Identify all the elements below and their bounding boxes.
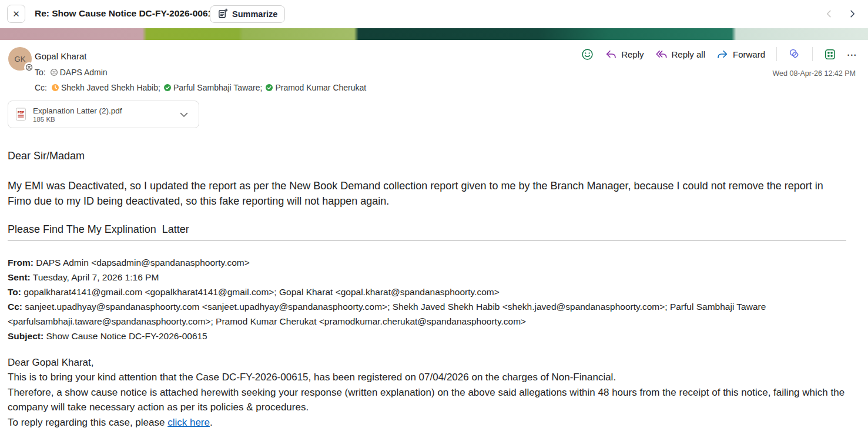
recipient-name: Parful Sambhaji Taware; — [173, 83, 262, 92]
attachment-size: 185 KB — [33, 116, 170, 123]
to-line: To: DAPS Admin — [35, 68, 108, 77]
sender-name[interactable]: Gopal Kharat — [35, 51, 86, 61]
presence-away-icon — [51, 83, 59, 92]
from-label: From: — [8, 258, 33, 268]
attachment-filename[interactable]: Explanation Latter (2).pdf — [33, 106, 170, 115]
cc-value: sanjeet.upadhyay@spandanasphoorty.com <s… — [8, 302, 766, 326]
click-here-link[interactable]: click here — [167, 417, 210, 428]
previous-message-button[interactable] — [821, 6, 836, 21]
chevron-down-icon — [180, 112, 188, 118]
svg-text:PDF: PDF — [18, 111, 25, 114]
presence-blocked-icon — [24, 62, 34, 72]
reply-label: Reply — [621, 49, 644, 59]
apps-grid-icon — [824, 48, 836, 61]
quoted-message-headers: From: DAPS Admin <dapsadmin@spandanaspho… — [8, 255, 842, 343]
forward-icon — [716, 48, 729, 61]
summarize-icon — [217, 8, 228, 21]
forward-button[interactable]: Forward — [716, 48, 765, 61]
quoted-cc-line: Cc: sanjeet.upadhyay@spandanasphoorty.co… — [8, 299, 842, 329]
from-value: DAPS Admin <dapsadmin@spandanasphoorty.c… — [36, 258, 250, 268]
recipient-shekh-javed[interactable]: Shekh Javed Shekh Habib; — [51, 83, 160, 92]
cc-line: Cc: Shekh Javed Shekh Habib; Parful Samb… — [35, 83, 366, 92]
close-button[interactable]: ✕ — [7, 5, 25, 23]
recipient-name: Shekh Javed Shekh Habib; — [61, 83, 160, 92]
email-reading-pane: ✕ Re: Show Cause Notice DC-FY-2026-00615… — [0, 0, 868, 448]
quoted-line: This is to bring your kind attention tha… — [8, 370, 851, 385]
body-salutation: Dear Sir/Madam — [8, 150, 85, 162]
to-label: To: — [8, 287, 21, 297]
recipient-name: DAPS Admin — [60, 68, 108, 77]
recipient-parful-taware[interactable]: Parful Sambhaji Taware; — [163, 83, 262, 92]
presence-available-icon — [265, 83, 273, 92]
reply-all-label: Reply all — [672, 49, 706, 59]
message-actions-toolbar: Reply Reply all Forward ••• — [581, 46, 857, 62]
toolbar-divider — [812, 47, 813, 61]
quoted-line: Therefore, a show cause notice is attach… — [8, 385, 851, 415]
quoted-message-divider — [8, 240, 846, 241]
quoted-line: . — [210, 417, 213, 428]
sent-label: Sent: — [8, 272, 31, 282]
sender-avatar[interactable]: GK — [8, 47, 32, 71]
subject-label: Subject: — [8, 331, 43, 341]
quoted-line: To reply regarding this case, please — [8, 417, 167, 428]
addin-button[interactable] — [788, 48, 801, 61]
to-value: gopalkharat4141@gmail.com <gopalkharat41… — [24, 287, 500, 297]
recipient-pramod-cherukat[interactable]: Pramod Kumar Cherukat — [265, 83, 366, 92]
quoted-subject-line: Subject: Show Cause Notice DC-FY-2026-00… — [8, 329, 842, 343]
reply-icon — [605, 48, 617, 61]
quoted-message-body: Dear Gopal Kharat, This is to bring your… — [8, 355, 851, 430]
message-subject-title: Re: Show Cause Notice DC-FY-2026-00615 — [35, 8, 218, 19]
smiley-icon — [581, 48, 594, 61]
subject-value: Show Cause Notice DC-FY-2026-00615 — [46, 331, 207, 341]
quoted-sent-line: Sent: Tuesday, April 7, 2026 1:16 PM — [8, 270, 842, 285]
message-timestamp: Wed 08-Apr-26 12:42 PM — [772, 69, 856, 78]
addin-loop-icon — [788, 48, 801, 61]
forward-label: Forward — [733, 49, 765, 59]
reply-all-icon — [655, 48, 668, 61]
cc-label: Cc: — [35, 83, 47, 92]
recipient-daps-admin[interactable]: DAPS Admin — [50, 68, 108, 77]
body-paragraph: My EMI was Deactivated, so I updated the… — [8, 178, 835, 209]
apps-button[interactable] — [824, 48, 836, 61]
quoted-salutation: Dear Gopal Kharat, — [8, 355, 851, 370]
summarize-button[interactable]: Summarize — [210, 5, 285, 23]
attachment-options-button[interactable] — [176, 107, 192, 122]
quoted-from-line: From: DAPS Admin <dapsadmin@spandanaspho… — [8, 255, 842, 270]
sent-value: Tuesday, April 7, 2026 1:16 PM — [33, 272, 159, 282]
more-icon: ••• — [847, 52, 857, 58]
chevron-right-icon — [848, 9, 857, 18]
cc-label: Cc: — [8, 302, 22, 312]
chevron-left-icon — [825, 9, 833, 18]
reply-all-button[interactable]: Reply all — [655, 48, 706, 61]
presence-blocked-icon — [50, 68, 58, 76]
avatar-initials: GK — [15, 55, 26, 63]
next-message-button[interactable] — [844, 6, 860, 21]
quoted-reply-line: To reply regarding this case, please cli… — [8, 415, 851, 430]
more-actions-button[interactable]: ••• — [847, 50, 857, 58]
reply-button[interactable]: Reply — [605, 48, 644, 61]
attachment-card[interactable]: PDF Explanation Latter (2).pdf 185 KB — [8, 101, 199, 128]
quoted-to-line: To: gopalkharat4141@gmail.com <gopalkhar… — [8, 285, 842, 299]
presence-available-icon — [163, 83, 172, 92]
to-label: To: — [35, 68, 46, 77]
recipient-name: Pramod Kumar Cherukat — [275, 83, 366, 92]
message-nav — [821, 6, 860, 21]
close-icon: ✕ — [12, 9, 20, 19]
body-paragraph: Please Find The My Explination Latter — [8, 223, 189, 236]
message-titlebar: ✕ Re: Show Cause Notice DC-FY-2026-00615… — [0, 0, 868, 28]
summarize-label: Summarize — [232, 9, 277, 19]
pdf-file-icon: PDF — [15, 108, 27, 121]
reactions-button[interactable] — [581, 48, 594, 61]
attachment-meta: Explanation Latter (2).pdf 185 KB — [33, 106, 170, 123]
theme-banner-image — [0, 28, 868, 40]
toolbar-divider — [776, 47, 777, 61]
